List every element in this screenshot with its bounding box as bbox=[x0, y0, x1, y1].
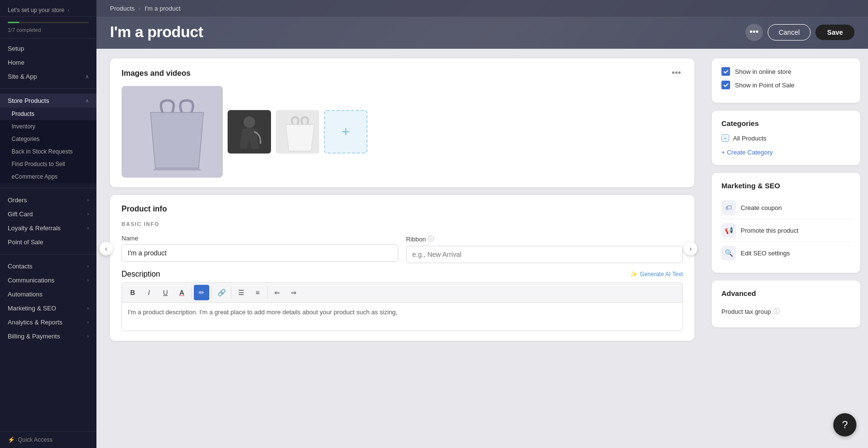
sidebar-item-communications[interactable]: Communications › bbox=[0, 273, 96, 287]
tax-info-icon[interactable]: ⓘ bbox=[773, 307, 780, 316]
sidebar-other-section: Orders › Gift Card › Loyalty & Referrals… bbox=[0, 190, 96, 252]
sidebar-sub-ecommerce-apps[interactable]: eCommerce Apps bbox=[0, 170, 96, 183]
basic-info-label: BASIC INFO bbox=[122, 221, 683, 227]
right-panel: Show in online store Show in Point of Sa… bbox=[704, 49, 868, 448]
billing-chevron-icon: › bbox=[87, 334, 89, 339]
sidebar-item-pos[interactable]: Point of Sale bbox=[0, 235, 96, 249]
product-thumb-1[interactable] bbox=[228, 110, 271, 154]
sidebar-sub-find-products[interactable]: Find Products to Sell bbox=[0, 158, 96, 170]
advanced-title: Advanced bbox=[721, 289, 851, 297]
toolbar-divider-4 bbox=[267, 287, 268, 298]
sidebar-item-automations[interactable]: Automations bbox=[0, 287, 96, 301]
sidebar-sub-categories[interactable]: Categories bbox=[0, 133, 96, 145]
show-pos-checkbox[interactable] bbox=[721, 81, 730, 89]
title-actions: ••• Cancel Save bbox=[746, 24, 854, 41]
show-online-label: Show in online store bbox=[735, 68, 791, 75]
all-products-checkbox[interactable] bbox=[721, 134, 729, 142]
coupon-icon: 🏷 bbox=[721, 200, 736, 215]
toolbar-link[interactable]: 🔗 bbox=[214, 285, 229, 300]
sidebar-bottom-section: Contacts › Communications › Automations … bbox=[0, 256, 96, 346]
sidebar-label-home: Home bbox=[8, 59, 25, 66]
sidebar-item-site-app[interactable]: Site & App ∧ bbox=[0, 70, 96, 84]
product-main-image[interactable] bbox=[122, 86, 223, 178]
toolbar-bold[interactable]: B bbox=[125, 285, 140, 300]
quick-access-icon: ⚡ bbox=[8, 436, 15, 443]
save-button[interactable]: Save bbox=[815, 25, 854, 40]
generate-ai-label: Generate AI Text bbox=[640, 271, 683, 278]
ribbon-group: Ribbon ⓘ bbox=[406, 235, 683, 263]
generate-ai-button[interactable]: ✨ Generate AI Text bbox=[630, 271, 683, 278]
sidebar-item-loyalty[interactable]: Loyalty & Referrals › bbox=[0, 221, 96, 235]
promote-icon: 📢 bbox=[721, 223, 736, 238]
sidebar-item-analytics[interactable]: Analytics & Reports › bbox=[0, 315, 96, 329]
progress-fill bbox=[8, 22, 19, 23]
quick-access-button[interactable]: ⚡ Quick Access bbox=[0, 431, 96, 448]
page-title: I'm a product bbox=[110, 23, 203, 41]
sidebar-item-store-products[interactable]: Store Products ∧ bbox=[0, 94, 96, 108]
sidebar-item-orders[interactable]: Orders › bbox=[0, 193, 96, 207]
toolbar-italic[interactable]: I bbox=[141, 285, 157, 300]
tax-group-label: Product tax group ⓘ bbox=[721, 307, 780, 316]
tax-group-row: Product tax group ⓘ bbox=[721, 304, 851, 319]
show-online-checkbox[interactable] bbox=[721, 67, 730, 76]
sidebar-item-gift-card[interactable]: Gift Card › bbox=[0, 207, 96, 221]
help-button[interactable]: ? bbox=[833, 413, 856, 436]
sidebar-item-contacts[interactable]: Contacts › bbox=[0, 259, 96, 273]
sidebar-label-setup: Setup bbox=[8, 45, 24, 52]
product-thumb-2[interactable] bbox=[276, 110, 319, 154]
progress-bar bbox=[8, 22, 89, 23]
cancel-button[interactable]: Cancel bbox=[768, 24, 811, 41]
description-content[interactable]: I'm a product description. I'm a great p… bbox=[122, 302, 683, 331]
sidebar-item-setup[interactable]: Setup bbox=[0, 42, 96, 56]
toolbar-highlight[interactable]: ✏ bbox=[194, 285, 209, 300]
categories-card: Categories All Products + Create Categor… bbox=[712, 111, 860, 165]
sidebar-item-billing[interactable]: Billing & Payments › bbox=[0, 329, 96, 343]
sidebar-header[interactable]: Let's set up your store › bbox=[0, 0, 96, 17]
sidebar-item-marketing-seo[interactable]: Marketing & SEO › bbox=[0, 301, 96, 315]
sidebar-sub-products[interactable]: Products bbox=[0, 108, 96, 120]
sidebar-sub-inventory[interactable]: Inventory bbox=[0, 120, 96, 133]
create-coupon-label: Create coupon bbox=[741, 204, 782, 211]
create-category-button[interactable]: + Create Category bbox=[721, 149, 773, 156]
nav-arrow-right[interactable]: › bbox=[684, 242, 697, 255]
main-content: Images and videos ••• bbox=[96, 49, 704, 448]
name-input[interactable] bbox=[122, 244, 398, 262]
sidebar-item-home[interactable]: Home bbox=[0, 56, 96, 70]
sidebar-sub-back-in-stock[interactable]: Back in Stock Requests bbox=[0, 145, 96, 158]
store-products-submenu: Products Inventory Categories Back in St… bbox=[0, 108, 96, 183]
add-image-button[interactable]: + bbox=[324, 110, 367, 154]
toolbar-indent-right[interactable]: ⇒ bbox=[286, 285, 301, 300]
sidebar-divider-2 bbox=[0, 188, 96, 188]
breadcrumb-separator: › bbox=[138, 5, 140, 12]
edit-seo-row[interactable]: 🔍 Edit SEO settings bbox=[721, 242, 851, 264]
all-products-category: All Products bbox=[721, 134, 851, 142]
content-area: ‹ Images and videos ••• bbox=[96, 49, 868, 448]
sidebar-divider-3 bbox=[0, 254, 96, 254]
add-icon: + bbox=[341, 124, 350, 140]
nav-arrow-left[interactable]: ‹ bbox=[99, 242, 113, 255]
breadcrumb-parent[interactable]: Products bbox=[110, 5, 135, 12]
progress-bar-container: 1/7 completed bbox=[0, 17, 96, 39]
sidebar-label-communications: Communications bbox=[8, 277, 54, 284]
promote-product-row[interactable]: 📢 Promote this product bbox=[721, 219, 851, 242]
images-card-menu[interactable]: ••• bbox=[670, 68, 683, 78]
toolbar-indent-left[interactable]: ⇐ bbox=[270, 285, 285, 300]
sidebar-label-pos: Point of Sale bbox=[8, 238, 43, 246]
svg-point-2 bbox=[244, 116, 255, 128]
sidebar-divider bbox=[0, 88, 96, 89]
ribbon-input[interactable] bbox=[406, 246, 683, 263]
sidebar-label-billing: Billing & Payments bbox=[8, 333, 60, 340]
toolbar-color[interactable]: A bbox=[174, 285, 190, 300]
more-options-button[interactable]: ••• bbox=[746, 24, 763, 41]
topbar: Products › I'm a product bbox=[96, 0, 868, 17]
toolbar-underline[interactable]: U bbox=[158, 285, 173, 300]
seo-label: Edit SEO settings bbox=[741, 250, 790, 257]
visibility-card: Show in online store Show in Point of Sa… bbox=[712, 58, 860, 103]
create-coupon-row[interactable]: 🏷 Create coupon bbox=[721, 196, 851, 219]
breadcrumb: Products › I'm a product bbox=[110, 5, 180, 12]
gift-card-chevron-icon: › bbox=[87, 211, 89, 217]
toolbar-bullet[interactable]: ☰ bbox=[233, 285, 249, 300]
ribbon-info-icon[interactable]: ⓘ bbox=[428, 235, 434, 243]
quick-access-label: Quick Access bbox=[18, 436, 53, 443]
toolbar-ordered[interactable]: ≡ bbox=[250, 285, 265, 300]
